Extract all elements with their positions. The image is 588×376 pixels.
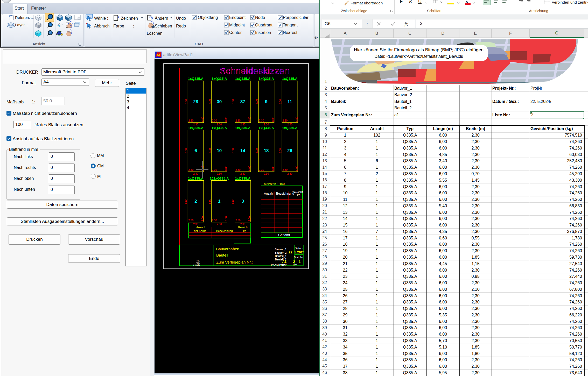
svg-text:2.30: 2.30 (212, 219, 217, 222)
svg-text:Schneideskizzen: Schneideskizzen (220, 66, 290, 76)
svg-text:6.00: 6.00 (272, 166, 275, 171)
svg-text:e-mail:: e-mail: (193, 264, 200, 266)
svg-text:1xQ335.A: 1xQ335.A (258, 126, 274, 130)
svg-text:2: 2 (194, 199, 197, 204)
svg-text:Bauvor_2: Bauvor_2 (275, 251, 286, 254)
svg-text:fx: fx (404, 21, 408, 26)
svg-text:2.30: 2.30 (212, 168, 217, 171)
svg-text:6.00: 6.00 (185, 199, 188, 204)
svg-text:6.00: 6.00 (232, 199, 235, 204)
svg-text:28: 28 (193, 99, 198, 104)
svg-text:kg: kg (297, 193, 300, 197)
svg-text:1xQ335.A: 1xQ335.A (212, 77, 227, 81)
svg-text:Datei: <Laufwerk>\Artifex\Defa: Datei: <Laufwerk>\Artifex\Defaults\Matt_… (374, 54, 463, 59)
svg-text:Löschen: Löschen (147, 31, 163, 36)
svg-text:6.00: 6.00 (208, 199, 211, 204)
svg-text:6.00: 6.00 (225, 216, 228, 221)
svg-text:Bauvor_1: Bauvor_1 (275, 248, 286, 251)
svg-text:1xQ335.A: 1xQ335.A (235, 176, 251, 180)
svg-text:Ändern: Ändern (155, 16, 168, 20)
svg-text:1xQ335.A: 1xQ335.A (235, 77, 251, 81)
svg-text::: : (133, 24, 134, 28)
svg-text:6: 6 (194, 148, 197, 153)
svg-text:6.00: 6.00 (255, 99, 258, 104)
svg-text:Undo: Undo (176, 16, 186, 20)
svg-text:gez.:: gez.: (293, 263, 299, 266)
svg-text:2.30: 2.30 (235, 168, 241, 171)
svg-text:Perpendicular: Perpendicular (283, 15, 309, 20)
svg-text:Objektfang: Objektfang (198, 15, 218, 20)
svg-text:Prj.Nr.: ProjNr: Prj.Nr.: ProjNr (271, 264, 286, 266)
svg-text:Insertion: Insertion (255, 30, 271, 35)
svg-text:2.30: 2.30 (240, 172, 246, 175)
svg-text:10: 10 (217, 148, 222, 153)
svg-text:der Körbe: der Körbe (194, 229, 206, 232)
svg-text:6.00: 6.00 (248, 216, 251, 221)
svg-text:1: 1 (218, 199, 220, 204)
svg-text:6.00: 6.00 (201, 117, 204, 122)
svg-text:2.30: 2.30 (282, 168, 288, 171)
svg-text:6.00: 6.00 (248, 117, 251, 122)
svg-text:6.00: 6.00 (208, 99, 211, 104)
svg-text:Layer...: Layer... (15, 23, 28, 27)
svg-text:6.00: 6.00 (185, 99, 188, 104)
svg-text:Hier können Sie Ihr Firmenlogo: Hier können Sie Ihr Firmenlogo als Bitma… (354, 48, 484, 52)
svg-text:Redo: Redo (176, 24, 186, 28)
svg-text:kg: kg (243, 229, 246, 232)
svg-text:Endpoint: Endpoint (229, 15, 246, 20)
svg-text:Maßstab 1:100: Maßstab 1:100 (264, 182, 285, 186)
svg-text:2.30: 2.30 (259, 119, 264, 122)
svg-text:Farbe: Farbe (113, 24, 124, 28)
svg-text:2.30: 2.30 (188, 119, 194, 122)
svg-text:Bauteil_1: Bauteil_1 (275, 255, 287, 258)
svg-text:Wähle :: Wähle : (94, 16, 108, 20)
svg-text:Blatt Nr:: Blatt Nr: (294, 256, 304, 259)
svg-text:14: 14 (240, 148, 245, 153)
svg-text:6.00: 6.00 (248, 166, 251, 171)
svg-text:6.00: 6.00 (201, 216, 204, 221)
svg-text:Midpoint: Midpoint (229, 23, 245, 27)
svg-text:A1: A1 (282, 260, 286, 264)
svg-text:2.30: 2.30 (193, 123, 198, 126)
svg-text:11: 11 (288, 99, 292, 104)
svg-text:Gewicht: Gewicht (238, 226, 248, 229)
svg-text:2.30: 2.30 (235, 119, 241, 122)
svg-text:Quadrant: Quadrant (255, 23, 272, 27)
svg-text:1xQ335.A: 1xQ335.A (282, 77, 298, 81)
svg-text:2.30: 2.30 (235, 219, 241, 222)
svg-text:6.00: 6.00 (232, 148, 235, 153)
svg-text:6.00: 6.00 (225, 117, 228, 122)
svg-text:2.30: 2.30 (188, 168, 194, 171)
svg-text:2.30: 2.30 (259, 168, 264, 171)
svg-text:2.30: 2.30 (217, 172, 222, 175)
svg-text:Datum: Datum (295, 247, 303, 250)
svg-text:Zum Verlegeplan Nr.:: Zum Verlegeplan Nr.: (216, 260, 253, 264)
svg-text:2.30: 2.30 (188, 219, 194, 222)
svg-text:Zeichnen: Zeichnen (121, 16, 138, 20)
svg-text:2.30: 2.30 (264, 123, 269, 126)
svg-text:6.00: 6.00 (272, 117, 275, 122)
svg-text:Center: Center (229, 30, 242, 35)
svg-text:6.00: 6.00 (232, 99, 235, 104)
svg-text:6.00: 6.00 (255, 148, 258, 153)
svg-text:1xQ335.A: 1xQ335.A (188, 176, 204, 180)
svg-text:Bauteil: Bauteil (216, 253, 228, 257)
svg-text:Bauvorhaben: Bauvorhaben (216, 247, 239, 251)
svg-text:22. 5.2024: 22. 5.2024 (289, 250, 305, 254)
svg-text:26: 26 (287, 148, 292, 153)
svg-text:6.00: 6.00 (225, 166, 228, 171)
svg-text:6.00: 6.00 (208, 148, 211, 153)
svg-text:2.30: 2.30 (217, 123, 222, 126)
svg-text:102xQ335.A: 102xQ335.A (210, 176, 229, 180)
svg-text:6.00: 6.00 (279, 148, 282, 153)
svg-text:Gesamt: Gesamt (278, 233, 290, 237)
svg-text:6.00: 6.00 (295, 166, 298, 171)
svg-text:1xQ335.A: 1xQ335.A (258, 77, 274, 81)
svg-text:Referenz...: Referenz... (15, 15, 34, 20)
svg-text:2.30: 2.30 (282, 119, 288, 122)
svg-text:1xQ335.A: 1xQ335.A (282, 126, 298, 130)
svg-text:6.00: 6.00 (295, 117, 298, 122)
svg-text:18: 18 (264, 148, 269, 153)
svg-text:1xQ335.A: 1xQ335.A (188, 77, 204, 81)
svg-text:30: 30 (217, 99, 222, 104)
